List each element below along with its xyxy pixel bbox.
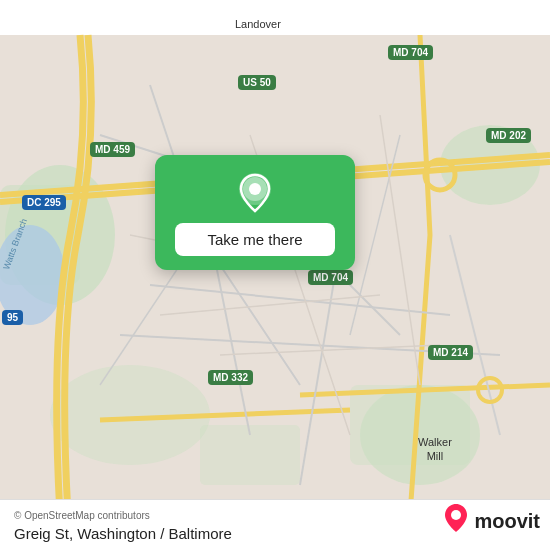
popup-card: Take me there	[155, 155, 355, 270]
md704-top-shield: MD 704	[388, 45, 433, 60]
location-pin-icon	[233, 171, 277, 215]
map-container: Watts Branch	[0, 0, 550, 550]
dc295-shield: DC 295	[22, 195, 66, 210]
svg-point-35	[451, 510, 461, 520]
md214-shield: MD 214	[428, 345, 473, 360]
moovit-logo: moovit	[442, 502, 540, 540]
md332-shield: MD 332	[208, 370, 253, 385]
moovit-pin-icon	[442, 502, 470, 540]
svg-point-34	[249, 183, 261, 195]
svg-rect-5	[350, 385, 470, 465]
moovit-wordmark: moovit	[474, 510, 540, 533]
md704-mid-shield: MD 704	[308, 270, 353, 285]
us50-shield: US 50	[238, 75, 276, 90]
take-me-there-button[interactable]: Take me there	[175, 223, 335, 256]
md202-shield: MD 202	[486, 128, 531, 143]
md459-shield: MD 459	[90, 142, 135, 157]
i95-shield: 95	[2, 310, 23, 325]
